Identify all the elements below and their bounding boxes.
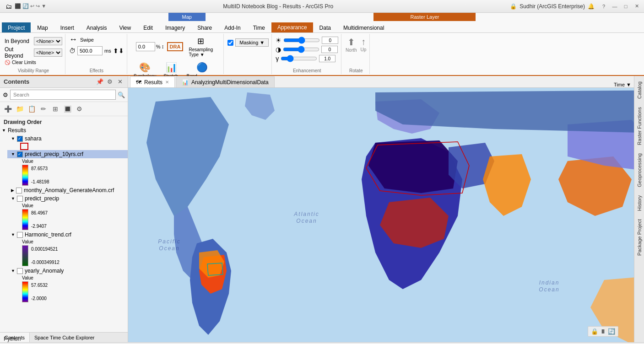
- collapse-harmonic-icon[interactable]: ▼: [11, 232, 15, 237]
- timer-spinbox[interactable]: ⬆⬇: [113, 47, 124, 54]
- timer-input[interactable]: [77, 46, 103, 55]
- brightness-slider[interactable]: [283, 37, 320, 43]
- search-bar: ⚙ 🔍: [0, 88, 128, 102]
- resampling-type-button[interactable]: ⊞ ResamplingType ▼: [186, 35, 216, 59]
- masking-checkbox[interactable]: [227, 40, 233, 46]
- colorbar-pp: [22, 209, 28, 230]
- add-layer-icon[interactable]: ➕: [3, 104, 13, 114]
- predict-precip-item[interactable]: ▼ predict_precip: [7, 194, 128, 203]
- collapse-predict10-icon[interactable]: ▼: [11, 152, 15, 156]
- predict-precip-checkbox[interactable]: [17, 196, 23, 202]
- map-tab-results-close[interactable]: ✕: [165, 80, 169, 85]
- contrast-input[interactable]: [321, 46, 338, 53]
- tab-appearance[interactable]: Appearance: [271, 22, 313, 32]
- ribbon-context-headers: Map Raster Layer: [0, 13, 644, 21]
- maximize-button[interactable]: □: [622, 3, 629, 10]
- sahara-layer-item[interactable]: ▼ ✓ sahara: [7, 134, 128, 143]
- space-time-cube-tab[interactable]: Space Time Cube Explorer: [30, 333, 99, 342]
- dra-button[interactable]: DRA: [167, 42, 184, 51]
- rotate-section: ⬆ North ↑ Up Rotate: [342, 34, 370, 74]
- gamma-input[interactable]: [319, 55, 336, 62]
- panel-options-button[interactable]: ⚙: [106, 78, 114, 86]
- up-label: Up: [361, 47, 367, 52]
- collapse-yearly-icon[interactable]: ▼: [11, 269, 15, 273]
- monthy-anomaly-checkbox[interactable]: [16, 188, 22, 194]
- tab-data[interactable]: Data: [314, 22, 337, 32]
- table-icon[interactable]: 📋: [27, 104, 37, 114]
- rotate-label: Rotate: [349, 67, 363, 73]
- tab-map[interactable]: Map: [31, 22, 54, 32]
- tab-analysis[interactable]: Analysis: [81, 22, 113, 32]
- zoom-lock-button[interactable]: 🔒: [591, 328, 598, 335]
- tab-time[interactable]: Time: [247, 22, 271, 32]
- tab-share[interactable]: Share: [191, 22, 218, 32]
- up-button[interactable]: ↑ Up: [361, 37, 367, 53]
- visibility-range-controls: In Beyond <None> Out Beyond <None> 🚫 Cl: [5, 37, 62, 65]
- predict-precip-10yrs-checkbox[interactable]: ✓: [17, 151, 23, 157]
- more-icon[interactable]: ⚙: [74, 104, 84, 114]
- time-display[interactable]: Time ▼: [614, 82, 634, 87]
- tab-edit[interactable]: Edit: [137, 22, 159, 32]
- map-tab-analyzing[interactable]: 📊 AnalyzingMultiDimensionalData: [176, 76, 275, 87]
- clear-limits-button[interactable]: Clear Limits: [12, 60, 36, 65]
- yearly-anomaly-checkbox[interactable]: [17, 268, 23, 274]
- help-button[interactable]: ?: [600, 3, 607, 10]
- close-button[interactable]: ✕: [633, 3, 640, 10]
- predict-precip-10yrs-item[interactable]: ▼ ✓ predict_precip_10yrs.crf: [7, 150, 128, 158]
- harmonic-trend-item[interactable]: ▼ Harmonic_trend.crf: [7, 231, 128, 239]
- catalog-tab[interactable]: Catalog: [635, 78, 644, 102]
- monthy-anomaly-item[interactable]: ▶ monthy_Anomaly_GenerateAnom.crf: [7, 186, 128, 194]
- minimize-button[interactable]: —: [611, 3, 618, 10]
- stretch-value-input[interactable]: [136, 42, 155, 51]
- panel-close-button[interactable]: ✕: [116, 78, 124, 86]
- tab-view[interactable]: View: [113, 22, 137, 32]
- north-button[interactable]: ⬆ North: [346, 37, 357, 53]
- brightness-input[interactable]: [322, 37, 338, 44]
- tab-imagery[interactable]: Imagery: [159, 22, 191, 32]
- stretch-spinbox[interactable]: ↕: [162, 43, 164, 50]
- filter-icon: ⚙: [3, 91, 8, 98]
- yearly-anomaly-legend: Value: [7, 275, 128, 281]
- out-beyond-select[interactable]: <None>: [34, 48, 62, 57]
- raster-functions-tab[interactable]: Raster Functions: [635, 103, 644, 149]
- harmonic-trend-colorbar: 0.000194521 -0.000349912: [7, 245, 128, 267]
- results-group-header[interactable]: ▼ Results: [0, 126, 128, 134]
- collapse-results-icon[interactable]: ▼: [2, 128, 6, 133]
- package-project-tab[interactable]: Package Project: [635, 215, 644, 259]
- map-tab-analyzing-icon: 📊: [182, 79, 189, 86]
- yearly-anomaly-item[interactable]: ▼ yearly_Anomaly: [7, 267, 128, 275]
- history-tab[interactable]: History: [635, 192, 644, 215]
- bell-icon[interactable]: 🔔: [588, 3, 595, 10]
- tab-project[interactable]: Project: [2, 22, 31, 32]
- map-context-header: Map: [168, 13, 206, 21]
- max-value-ht: 0.000194521: [31, 247, 60, 252]
- group-icon[interactable]: 📁: [15, 104, 25, 114]
- colorbar-ht: [22, 245, 28, 266]
- in-beyond-select[interactable]: <None>: [34, 37, 62, 45]
- collapse-sahara-icon[interactable]: ▼: [11, 136, 15, 141]
- raster-icon[interactable]: 🔳: [62, 104, 72, 114]
- tab-multidimensional[interactable]: Multidimensional: [337, 22, 390, 32]
- swipe-label[interactable]: Swipe: [80, 37, 94, 43]
- harmonic-trend-checkbox[interactable]: [17, 232, 23, 238]
- map-canvas[interactable]: Atlantic Ocean Pacific Ocean Pacific Oce…: [128, 88, 634, 342]
- pause-button[interactable]: ⏸: [600, 328, 606, 335]
- collapse-predict-icon[interactable]: ▼: [11, 196, 15, 201]
- grid-icon[interactable]: ⊞: [50, 104, 60, 114]
- contrast-slider[interactable]: [283, 46, 319, 53]
- results-group-label: Results: [8, 127, 26, 134]
- titlebar: 🗂 ⬛ 🔄 ↩ ↪ ▼ MultiID Notebook Blog - Resu…: [0, 0, 644, 13]
- search-input[interactable]: [10, 90, 116, 100]
- tab-addin[interactable]: Add-In: [218, 22, 246, 32]
- panel-pin-button[interactable]: 📌: [96, 78, 104, 86]
- geoprocessing-tab[interactable]: Geoprocessing: [635, 150, 644, 191]
- masking-button[interactable]: Masking ▼: [235, 38, 269, 47]
- map-tab-results[interactable]: 🗺 Results ✕: [130, 76, 175, 87]
- sahara-checkbox[interactable]: ✓: [17, 136, 23, 142]
- gamma-slider[interactable]: [281, 55, 317, 62]
- edit-icon[interactable]: ✏: [38, 104, 49, 114]
- tab-insert[interactable]: Insert: [54, 22, 80, 32]
- collapse-monthy-icon[interactable]: ▶: [11, 188, 14, 193]
- gamma-icon: γ: [276, 55, 279, 62]
- refresh-button[interactable]: 🔄: [608, 328, 615, 335]
